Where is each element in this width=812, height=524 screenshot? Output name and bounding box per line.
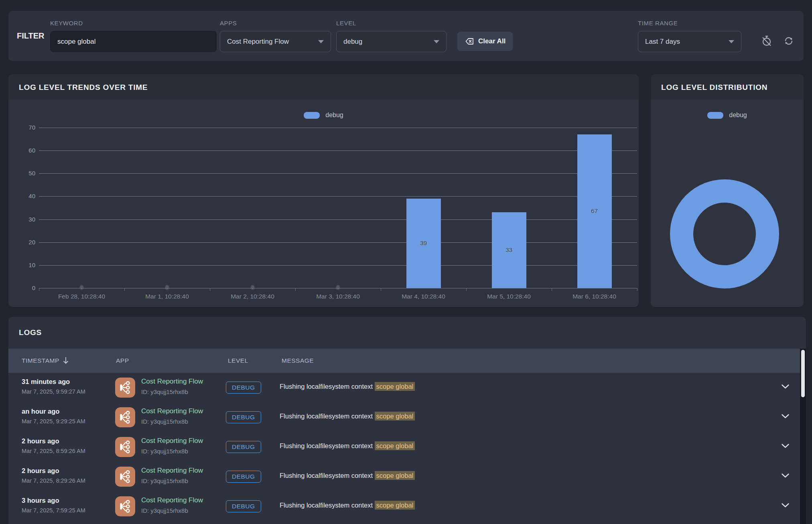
bar-value-label: 0 [77,284,87,290]
trends-panel-title: LOG LEVEL TRENDS OVER TIME [19,83,148,92]
distribution-panel: LOG LEVEL DISTRIBUTION debug [651,74,804,307]
log-app-name[interactable]: Cost Reporting Flow [141,407,203,415]
log-row[interactable]: 3 hours ago Mar 7, 2025, 7:59:25 AM Cost… [8,492,800,521]
log-row[interactable]: an hour ago Mar 7, 2025, 9:29:25 AM Cost… [8,402,800,432]
log-row[interactable]: 31 minutes ago Mar 7, 2025, 9:59:27 AM C… [8,373,800,402]
apps-selected-value: Cost Reporting Flow [227,38,289,46]
x-axis-tick [39,288,39,291]
logs-title: LOGS [19,328,42,337]
x-axis-tick [381,288,381,291]
expand-row-button[interactable] [782,503,789,509]
donut-chart [668,178,781,290]
distribution-chart-area: debug [651,100,804,307]
legend-label: debug [325,112,343,119]
log-relative-time: 3 hours ago [22,497,59,504]
log-timestamp: Mar 7, 2025, 9:59:27 AM [22,388,85,395]
filter-label: FILTER [17,11,45,61]
bar-value-label: 0 [248,284,258,290]
log-row[interactable]: 2 hours ago Mar 7, 2025, 8:59:26 AM Cost… [8,432,800,462]
x-axis-category-label: Mar 2, 10:28:40 [210,293,295,300]
y-axis-tick-label: 20 [8,239,35,246]
keyword-value: scope global [57,38,95,46]
level-selected-value: debug [343,38,362,46]
log-message-text: Flushing localfilesystem context [280,412,375,420]
clear-all-button[interactable]: Clear All [457,32,513,51]
log-app-id: ID: y3qujj15rhx8b [141,477,188,484]
log-row[interactable]: 2 hours ago Mar 7, 2025, 8:29:26 AM Cost… [8,462,800,492]
column-header-level[interactable]: LEVEL [228,349,248,373]
bar-value-label: 33 [492,246,526,254]
logs-table-header: TIMESTAMP APP LEVEL MESSAGE [8,349,800,373]
refresh-icon [783,35,795,47]
log-message-text: Flushing localfilesystem context [280,472,375,479]
gridline [39,265,637,266]
log-level-badge: DEBUG [226,411,261,423]
clear-all-label: Clear All [478,37,505,45]
workflow-icon [118,499,133,514]
log-message: Flushing localfilesystem context scope g… [280,383,415,390]
distribution-panel-title: LOG LEVEL DISTRIBUTION [661,83,767,92]
log-message-highlight: scope global [375,501,415,510]
y-axis-tick-label: 70 [8,124,35,131]
log-dashboard: { "filter": { "label": "FILTER", "keywor… [0,0,812,524]
column-header-timestamp[interactable]: TIMESTAMP [22,349,69,373]
logs-scrollbar-track[interactable] [800,349,806,524]
auto-refresh-off-button[interactable] [759,34,774,48]
trends-chart-area: debug 0102030405060700Feb 28, 10:28:400M… [8,100,639,307]
workflow-icon [118,380,133,395]
x-axis-tick [637,288,637,291]
trends-legend-item[interactable]: debug [8,112,639,119]
log-message-highlight: scope global [375,471,415,480]
expand-row-button[interactable] [782,443,789,449]
logs-scrollbar-thumb[interactable] [801,350,805,397]
log-message-highlight: scope global [375,412,415,420]
app-avatar [115,407,135,427]
log-relative-time: 2 hours ago [22,437,59,445]
chevron-down-icon [782,384,789,389]
keyword-input[interactable]: scope global [50,31,217,52]
log-app-id: ID: y3qujj15rhx8b [141,448,188,455]
chevron-down-icon [318,40,324,43]
expand-row-button[interactable] [782,473,789,479]
expand-row-button[interactable] [782,384,789,390]
x-axis-tick [552,288,552,291]
legend-label: debug [729,112,747,119]
log-message: Flushing localfilesystem context scope g… [280,412,415,420]
log-app-name[interactable]: Cost Reporting Flow [141,437,203,445]
x-axis-category-label: Mar 5, 10:28:40 [466,293,552,300]
chevron-down-icon [782,414,789,418]
workflow-icon [118,469,133,484]
log-app-name[interactable]: Cost Reporting Flow [141,378,203,386]
workflow-icon [118,410,133,425]
log-relative-time: 31 minutes ago [22,378,70,386]
time-range-select[interactable]: Last 7 days [638,31,741,52]
log-message-highlight: scope global [375,441,415,450]
log-timestamp: Mar 7, 2025, 8:59:26 AM [22,448,85,454]
distribution-legend-item[interactable]: debug [651,112,804,119]
x-axis-tick [210,288,210,291]
chevron-down-icon [434,40,439,43]
column-header-app[interactable]: APP [116,349,129,373]
app-avatar [115,496,135,516]
y-axis-tick-label: 0 [8,284,35,291]
expand-row-button[interactable] [782,414,789,420]
chevron-down-icon [782,473,789,478]
log-app-name[interactable]: Cost Reporting Flow [141,496,203,504]
x-axis-category-label: Mar 6, 10:28:40 [552,293,637,300]
refresh-button[interactable] [782,34,796,48]
apps-select[interactable]: Cost Reporting Flow [220,31,331,52]
chevron-down-icon [782,503,789,508]
trends-panel: LOG LEVEL TRENDS OVER TIME debug 0102030… [8,74,639,307]
log-message-text: Flushing localfilesystem context [280,442,375,449]
column-header-message[interactable]: MESSAGE [282,349,314,373]
keyword-label: KEYWORD [50,20,83,26]
apps-label: APPS [220,20,237,26]
bar-value-label: 67 [577,207,612,215]
log-app-name[interactable]: Cost Reporting Flow [141,467,203,475]
log-message-highlight: scope global [375,382,415,391]
log-message-text: Flushing localfilesystem context [280,502,375,509]
y-axis-tick-label: 50 [8,170,35,177]
log-message-text: Flushing localfilesystem context [280,383,375,390]
time-range-label: TIME RANGE [638,20,678,26]
level-select[interactable]: debug [336,31,447,52]
